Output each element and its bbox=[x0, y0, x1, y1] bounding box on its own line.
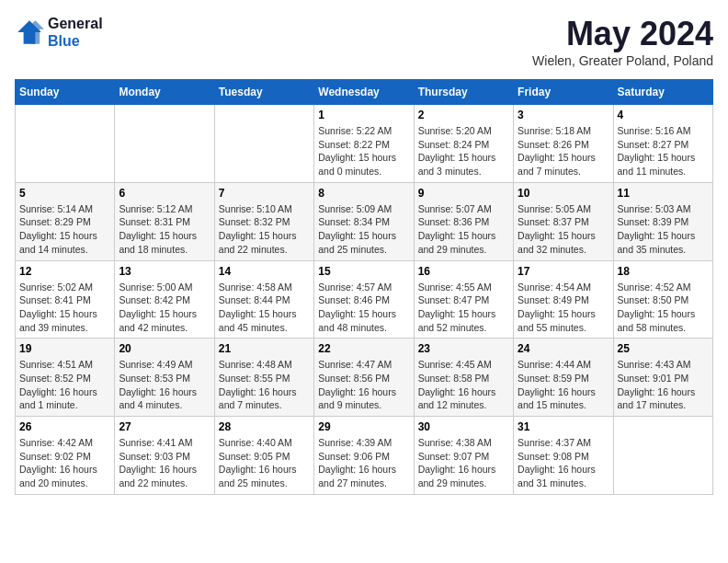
day-info: Sunrise: 4:55 AM Sunset: 8:47 PM Dayligh… bbox=[418, 281, 509, 335]
day-info: Sunrise: 4:44 AM Sunset: 8:59 PM Dayligh… bbox=[518, 358, 609, 412]
day-cell: 2Sunrise: 5:20 AM Sunset: 8:24 PM Daylig… bbox=[414, 105, 513, 183]
day-cell: 3Sunrise: 5:18 AM Sunset: 8:26 PM Daylig… bbox=[514, 105, 613, 183]
day-cell: 9Sunrise: 5:07 AM Sunset: 8:36 PM Daylig… bbox=[414, 182, 513, 260]
day-cell: 27Sunrise: 4:41 AM Sunset: 9:03 PM Dayli… bbox=[115, 417, 214, 495]
location: Wielen, Greater Poland, Poland bbox=[532, 53, 713, 68]
day-info: Sunrise: 5:18 AM Sunset: 8:26 PM Dayligh… bbox=[518, 124, 609, 178]
day-info: Sunrise: 5:02 AM Sunset: 8:41 PM Dayligh… bbox=[19, 281, 110, 335]
day-cell: 11Sunrise: 5:03 AM Sunset: 8:39 PM Dayli… bbox=[613, 182, 712, 260]
weekday-header-row: SundayMondayTuesdayWednesdayThursdayFrid… bbox=[16, 80, 713, 105]
day-number: 28 bbox=[219, 420, 310, 433]
day-cell: 26Sunrise: 4:42 AM Sunset: 9:02 PM Dayli… bbox=[16, 417, 115, 495]
weekday-header-sunday: Sunday bbox=[16, 80, 115, 105]
day-number: 10 bbox=[518, 187, 609, 200]
day-cell: 30Sunrise: 4:38 AM Sunset: 9:07 PM Dayli… bbox=[414, 417, 513, 495]
day-cell: 23Sunrise: 4:45 AM Sunset: 8:58 PM Dayli… bbox=[414, 339, 513, 417]
day-number: 6 bbox=[119, 187, 210, 200]
day-number: 30 bbox=[418, 420, 509, 433]
day-cell: 12Sunrise: 5:02 AM Sunset: 8:41 PM Dayli… bbox=[16, 260, 115, 339]
day-number: 21 bbox=[219, 342, 310, 355]
day-cell: 21Sunrise: 4:48 AM Sunset: 8:55 PM Dayli… bbox=[214, 339, 313, 417]
day-cell: 14Sunrise: 4:58 AM Sunset: 8:44 PM Dayli… bbox=[214, 260, 313, 339]
page-header: General Blue May 2024 Wielen, Greater Po… bbox=[15, 15, 713, 68]
day-info: Sunrise: 5:20 AM Sunset: 8:24 PM Dayligh… bbox=[418, 124, 509, 178]
day-number: 22 bbox=[318, 342, 409, 355]
day-info: Sunrise: 5:07 AM Sunset: 8:36 PM Dayligh… bbox=[418, 202, 509, 257]
day-cell: 4Sunrise: 5:16 AM Sunset: 8:27 PM Daylig… bbox=[613, 105, 712, 183]
day-info: Sunrise: 4:45 AM Sunset: 8:58 PM Dayligh… bbox=[418, 358, 509, 412]
day-number: 20 bbox=[119, 342, 210, 355]
day-number: 3 bbox=[518, 109, 609, 121]
day-cell: 1Sunrise: 5:22 AM Sunset: 8:22 PM Daylig… bbox=[314, 105, 414, 183]
day-info: Sunrise: 5:00 AM Sunset: 8:42 PM Dayligh… bbox=[119, 281, 210, 335]
day-number: 9 bbox=[418, 187, 509, 200]
day-info: Sunrise: 4:38 AM Sunset: 9:07 PM Dayligh… bbox=[418, 436, 509, 490]
weekday-header-monday: Monday bbox=[115, 80, 214, 105]
day-info: Sunrise: 4:57 AM Sunset: 8:46 PM Dayligh… bbox=[318, 281, 409, 335]
day-cell: 10Sunrise: 5:05 AM Sunset: 8:37 PM Dayli… bbox=[514, 182, 613, 260]
day-cell: 17Sunrise: 4:54 AM Sunset: 8:49 PM Dayli… bbox=[514, 260, 613, 339]
week-row-2: 12Sunrise: 5:02 AM Sunset: 8:41 PM Dayli… bbox=[16, 260, 713, 339]
day-info: Sunrise: 4:58 AM Sunset: 8:44 PM Dayligh… bbox=[219, 281, 310, 335]
day-cell: 8Sunrise: 5:09 AM Sunset: 8:34 PM Daylig… bbox=[314, 182, 414, 260]
day-cell: 6Sunrise: 5:12 AM Sunset: 8:31 PM Daylig… bbox=[115, 182, 214, 260]
day-number: 18 bbox=[618, 265, 709, 278]
weekday-header-wednesday: Wednesday bbox=[314, 80, 414, 105]
week-row-0: 1Sunrise: 5:22 AM Sunset: 8:22 PM Daylig… bbox=[16, 105, 713, 183]
weekday-header-tuesday: Tuesday bbox=[214, 80, 313, 105]
day-cell: 24Sunrise: 4:44 AM Sunset: 8:59 PM Dayli… bbox=[514, 339, 613, 417]
day-cell: 7Sunrise: 5:10 AM Sunset: 8:32 PM Daylig… bbox=[214, 182, 313, 260]
day-number: 7 bbox=[219, 187, 310, 200]
day-number: 31 bbox=[518, 420, 609, 433]
day-number: 14 bbox=[219, 265, 310, 278]
day-cell: 28Sunrise: 4:40 AM Sunset: 9:05 PM Dayli… bbox=[214, 417, 313, 495]
month-title: May 2024 bbox=[532, 15, 713, 53]
day-number: 16 bbox=[418, 265, 509, 278]
logo-text: General Blue bbox=[48, 15, 103, 50]
calendar-table: SundayMondayTuesdayWednesdayThursdayFrid… bbox=[15, 79, 713, 495]
logo-icon bbox=[15, 17, 44, 47]
day-cell bbox=[613, 417, 712, 495]
day-info: Sunrise: 4:52 AM Sunset: 8:50 PM Dayligh… bbox=[618, 281, 709, 335]
day-number: 15 bbox=[318, 265, 409, 278]
day-info: Sunrise: 5:05 AM Sunset: 8:37 PM Dayligh… bbox=[518, 202, 609, 257]
day-number: 8 bbox=[318, 187, 409, 200]
day-cell: 19Sunrise: 4:51 AM Sunset: 8:52 PM Dayli… bbox=[16, 339, 115, 417]
day-info: Sunrise: 5:16 AM Sunset: 8:27 PM Dayligh… bbox=[618, 124, 709, 178]
day-number: 23 bbox=[418, 342, 509, 355]
day-info: Sunrise: 4:48 AM Sunset: 8:55 PM Dayligh… bbox=[219, 358, 310, 412]
day-info: Sunrise: 4:40 AM Sunset: 9:05 PM Dayligh… bbox=[219, 436, 310, 490]
day-info: Sunrise: 5:09 AM Sunset: 8:34 PM Dayligh… bbox=[318, 202, 409, 257]
day-number: 19 bbox=[19, 342, 110, 355]
day-cell: 22Sunrise: 4:47 AM Sunset: 8:56 PM Dayli… bbox=[314, 339, 414, 417]
day-info: Sunrise: 5:03 AM Sunset: 8:39 PM Dayligh… bbox=[618, 202, 709, 257]
week-row-4: 26Sunrise: 4:42 AM Sunset: 9:02 PM Dayli… bbox=[16, 417, 713, 495]
day-number: 17 bbox=[518, 265, 609, 278]
day-cell: 5Sunrise: 5:14 AM Sunset: 8:29 PM Daylig… bbox=[16, 182, 115, 260]
day-info: Sunrise: 4:49 AM Sunset: 8:53 PM Dayligh… bbox=[119, 358, 210, 412]
day-number: 13 bbox=[119, 265, 210, 278]
day-info: Sunrise: 4:39 AM Sunset: 9:06 PM Dayligh… bbox=[318, 436, 409, 490]
day-cell: 25Sunrise: 4:43 AM Sunset: 9:01 PM Dayli… bbox=[613, 339, 712, 417]
day-cell: 13Sunrise: 5:00 AM Sunset: 8:42 PM Dayli… bbox=[115, 260, 214, 339]
day-cell bbox=[16, 105, 115, 183]
day-info: Sunrise: 4:42 AM Sunset: 9:02 PM Dayligh… bbox=[19, 436, 110, 490]
day-info: Sunrise: 5:22 AM Sunset: 8:22 PM Dayligh… bbox=[318, 124, 409, 178]
day-number: 11 bbox=[618, 187, 709, 200]
day-number: 25 bbox=[618, 342, 709, 355]
day-cell: 31Sunrise: 4:37 AM Sunset: 9:08 PM Dayli… bbox=[514, 417, 613, 495]
day-number: 2 bbox=[418, 109, 509, 121]
day-info: Sunrise: 5:12 AM Sunset: 8:31 PM Dayligh… bbox=[119, 202, 210, 257]
weekday-header-saturday: Saturday bbox=[613, 80, 712, 105]
title-block: May 2024 Wielen, Greater Poland, Poland bbox=[532, 15, 713, 68]
day-info: Sunrise: 4:37 AM Sunset: 9:08 PM Dayligh… bbox=[518, 436, 609, 490]
week-row-3: 19Sunrise: 4:51 AM Sunset: 8:52 PM Dayli… bbox=[16, 339, 713, 417]
day-info: Sunrise: 4:47 AM Sunset: 8:56 PM Dayligh… bbox=[318, 358, 409, 412]
day-info: Sunrise: 5:10 AM Sunset: 8:32 PM Dayligh… bbox=[219, 202, 310, 257]
logo: General Blue bbox=[15, 15, 103, 50]
day-cell: 16Sunrise: 4:55 AM Sunset: 8:47 PM Dayli… bbox=[414, 260, 513, 339]
day-info: Sunrise: 4:43 AM Sunset: 9:01 PM Dayligh… bbox=[618, 358, 709, 412]
day-cell: 15Sunrise: 4:57 AM Sunset: 8:46 PM Dayli… bbox=[314, 260, 414, 339]
day-info: Sunrise: 5:14 AM Sunset: 8:29 PM Dayligh… bbox=[19, 202, 110, 257]
day-cell bbox=[214, 105, 313, 183]
